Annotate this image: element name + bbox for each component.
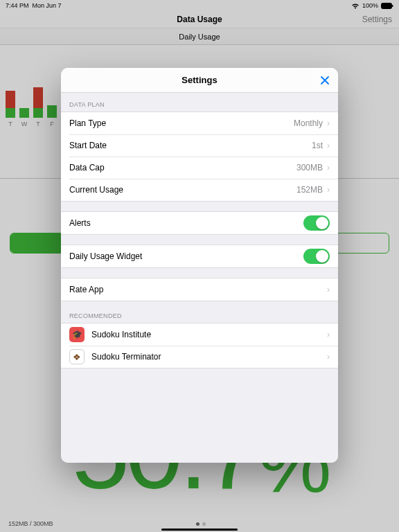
app-name: Sudoku Terminator — [91, 352, 327, 362]
row-label: Start Date — [69, 141, 312, 150]
settings-modal: Settings DATA PLAN Plan Type Monthly › S… — [61, 68, 338, 463]
row-start-date[interactable]: Start Date 1st › — [61, 134, 338, 157]
row-label: Alerts — [69, 218, 303, 228]
row-daily-widget: Daily Usage Widget — [61, 245, 338, 267]
alerts-toggle[interactable] — [303, 215, 330, 231]
row-value: 300MB — [296, 163, 323, 172]
chevron-right-icon: › — [327, 163, 330, 172]
modal-header: Settings — [61, 68, 338, 93]
section-header-data-plan: DATA PLAN — [61, 93, 338, 112]
row-plan-type[interactable]: Plan Type Monthly › — [61, 112, 338, 134]
modal-title: Settings — [181, 75, 217, 85]
row-label: Plan Type — [69, 118, 294, 128]
row-label: Current Usage — [69, 185, 296, 195]
row-current-usage[interactable]: Current Usage 152MB › — [61, 179, 338, 201]
row-label: Rate App — [69, 285, 327, 294]
close-icon[interactable] — [319, 74, 331, 87]
daily-widget-toggle[interactable] — [303, 249, 330, 264]
row-recommended-app[interactable]: 🎓Sudoku Institute› — [61, 323, 338, 346]
app-name: Sudoku Institute — [91, 330, 327, 339]
row-label: Daily Usage Widget — [69, 251, 303, 261]
row-recommended-app[interactable]: ❖Sudoku Terminator› — [61, 346, 338, 368]
app-icon: 🎓 — [69, 327, 85, 342]
chevron-right-icon: › — [327, 285, 330, 294]
row-value: Monthly — [294, 118, 323, 128]
chevron-right-icon: › — [327, 330, 330, 339]
row-value: 1st — [312, 141, 323, 150]
row-alerts: Alerts — [61, 212, 338, 234]
section-header-recommended: RECOMMENDED — [61, 301, 338, 323]
row-rate-app[interactable]: Rate App › — [61, 278, 338, 301]
app-icon: ❖ — [69, 349, 85, 364]
row-label: Data Cap — [69, 163, 296, 172]
modal-body: DATA PLAN Plan Type Monthly › Start Date… — [61, 93, 338, 463]
chevron-right-icon: › — [327, 185, 330, 195]
row-value: 152MB — [296, 185, 323, 195]
row-data-cap[interactable]: Data Cap 300MB › — [61, 157, 338, 179]
chevron-right-icon: › — [327, 141, 330, 150]
data-plan-group: Plan Type Monthly › Start Date 1st › Dat… — [61, 112, 338, 202]
chevron-right-icon: › — [327, 118, 330, 128]
chevron-right-icon: › — [327, 352, 330, 362]
recommended-group: 🎓Sudoku Institute›❖Sudoku Terminator› — [61, 323, 338, 369]
